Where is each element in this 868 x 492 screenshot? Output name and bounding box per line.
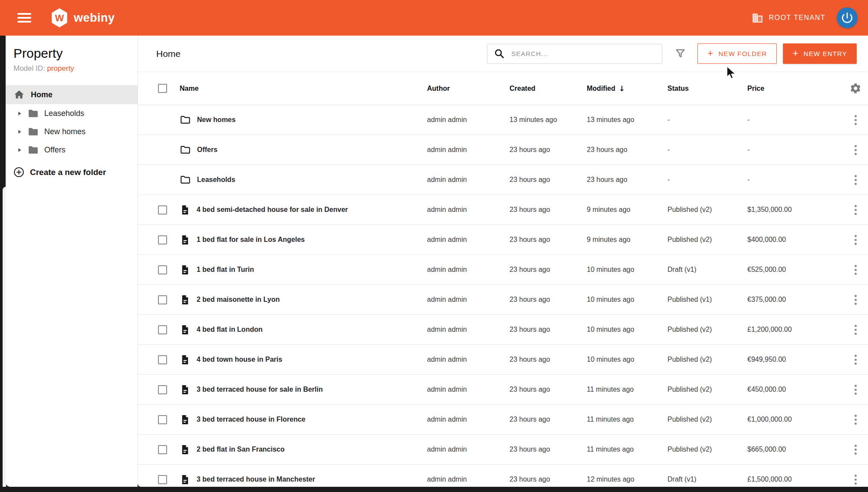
row-menu-button[interactable] [852,412,859,427]
row-name[interactable]: New homes [197,116,236,124]
filter-button[interactable] [673,46,688,61]
tenant-selector[interactable]: ROOT TENANT [752,12,825,24]
table-row[interactable]: 4 bed flat in London admin admin 23 hour… [138,315,868,345]
row-checkbox[interactable] [158,475,167,484]
column-header-name[interactable]: Name [180,85,427,92]
new-entry-button[interactable]: + NEW ENTRY [783,43,857,64]
row-menu-button[interactable] [852,142,859,158]
row-checkbox[interactable] [158,235,167,244]
column-header-status[interactable]: Status [667,85,747,92]
table-row[interactable]: 3 bed terraced house in Manchester admin… [138,465,868,487]
create-folder-button[interactable]: Create a new folder [6,167,138,178]
chevron-right-icon[interactable] [17,129,22,134]
select-all-checkbox[interactable] [158,84,167,93]
new-folder-button[interactable]: + NEW FOLDER [697,43,777,64]
search-input[interactable] [510,50,655,58]
table-row[interactable]: Offers admin admin 23 hours ago 23 hours… [138,135,868,165]
row-menu-button[interactable] [852,112,859,128]
table-row[interactable]: 3 bed terraced house for sale in Berlin … [138,375,868,405]
row-checkbox[interactable] [158,445,167,454]
row-checkbox[interactable] [158,295,167,304]
row-name[interactable]: 3 bed terraced house in Florence [197,416,306,423]
document-icon [180,474,191,485]
row-status: Published (v2) [667,386,747,393]
sidebar-item-new-homes[interactable]: New homes [6,122,138,141]
table-row[interactable]: 4 bed town house in Paris admin admin 23… [138,345,868,375]
row-name[interactable]: Offers [197,146,217,154]
row-menu-button[interactable] [852,382,859,397]
table-row[interactable]: 3 bed terraced house in Florence admin a… [138,405,868,435]
table-row[interactable]: 1 bed flat for sale in Los Angeles admin… [138,225,868,255]
create-folder-label: Create a new folder [30,168,106,177]
table-body: New homes admin admin 13 minutes ago 13 … [138,105,868,487]
model-id: Model ID: property [6,64,138,73]
row-name[interactable]: 4 bed semi-detached house for sale in De… [197,206,348,214]
table-row[interactable]: New homes admin admin 13 minutes ago 13 … [138,105,868,135]
row-author: admin admin [427,296,510,304]
row-menu-button[interactable] [852,262,859,277]
row-price: €525,000.00 [747,266,843,274]
column-header-modified[interactable]: Modified ↓ [587,84,667,93]
row-modified: 13 minutes ago [587,116,667,124]
sidebar-item-label: Offers [44,145,66,155]
table-row[interactable]: 2 bed maisonette in Lyon admin admin 23 … [138,285,868,315]
row-author: admin admin [427,416,510,423]
user-avatar[interactable] [837,7,858,28]
row-modified: 11 minutes ago [587,446,667,453]
row-menu-button[interactable] [852,472,859,487]
document-icon [180,205,191,215]
row-checkbox[interactable] [158,355,167,364]
menu-icon[interactable] [17,13,31,23]
power-icon [840,11,854,25]
folder-icon [180,174,191,185]
chevron-right-icon[interactable] [17,111,22,116]
chevron-right-icon[interactable] [17,148,22,152]
row-menu-button[interactable] [852,442,859,457]
row-checkbox[interactable] [158,205,167,215]
row-menu-button[interactable] [852,292,859,307]
webiny-logo[interactable]: W webiny [50,8,115,28]
row-checkbox[interactable] [158,415,167,424]
row-name[interactable]: 2 bed maisonette in Lyon [197,296,279,304]
row-price: £1,500,000.00 [747,475,843,483]
row-author: admin admin [427,446,510,453]
row-menu-button[interactable] [852,322,859,337]
table-row[interactable]: 1 bed flat in Turin admin admin 23 hours… [138,255,868,285]
row-menu-button[interactable] [852,202,859,218]
column-header-created[interactable]: Created [510,85,587,92]
row-status: Published (v1) [667,296,747,304]
column-header-author[interactable]: Author [427,85,510,92]
row-menu-button[interactable] [852,352,859,367]
row-name[interactable]: 4 bed flat in London [197,326,263,334]
table-row[interactable]: Leaseholds admin admin 23 hours ago 23 h… [138,165,868,195]
table-row[interactable]: 2 bed flat in San Francisco admin admin … [138,435,868,465]
row-name[interactable]: 3 bed terraced house in Manchester [197,475,315,483]
row-name[interactable]: 1 bed flat for sale in Los Angeles [197,236,305,244]
row-name[interactable]: 2 bed flat in San Francisco [197,446,285,453]
row-menu-button[interactable] [852,172,859,188]
row-name[interactable]: 1 bed flat in Turin [197,266,254,274]
row-created: 23 hours ago [510,176,587,184]
plus-icon: + [792,49,799,58]
column-header-price[interactable]: Price [747,85,843,92]
row-status: Published (v2) [667,446,747,453]
row-checkbox[interactable] [158,325,167,334]
sidebar-item-offers[interactable]: Offers [6,141,138,159]
tenant-label: ROOT TENANT [769,14,825,22]
row-name[interactable]: 4 bed town house in Paris [197,356,282,363]
row-menu-button[interactable] [852,232,859,248]
row-author: admin admin [427,176,510,184]
row-modified: 11 minutes ago [587,386,667,393]
row-checkbox[interactable] [158,265,167,274]
column-settings-button[interactable] [850,83,861,94]
table-row[interactable]: 4 bed semi-detached house for sale in De… [138,195,868,225]
sidebar-item-home[interactable]: Home [6,85,138,104]
row-price: €949,950.00 [747,356,843,363]
row-author: admin admin [427,356,510,363]
row-modified: 10 minutes ago [587,296,667,304]
sidebar-item-leaseholds[interactable]: Leaseholds [6,104,138,122]
row-name[interactable]: 3 bed terraced house for sale in Berlin [197,386,323,393]
table-header-row: Name Author Created Modified ↓ Status Pr… [138,72,868,105]
row-checkbox[interactable] [158,385,167,394]
row-name[interactable]: Leaseholds [197,176,235,184]
